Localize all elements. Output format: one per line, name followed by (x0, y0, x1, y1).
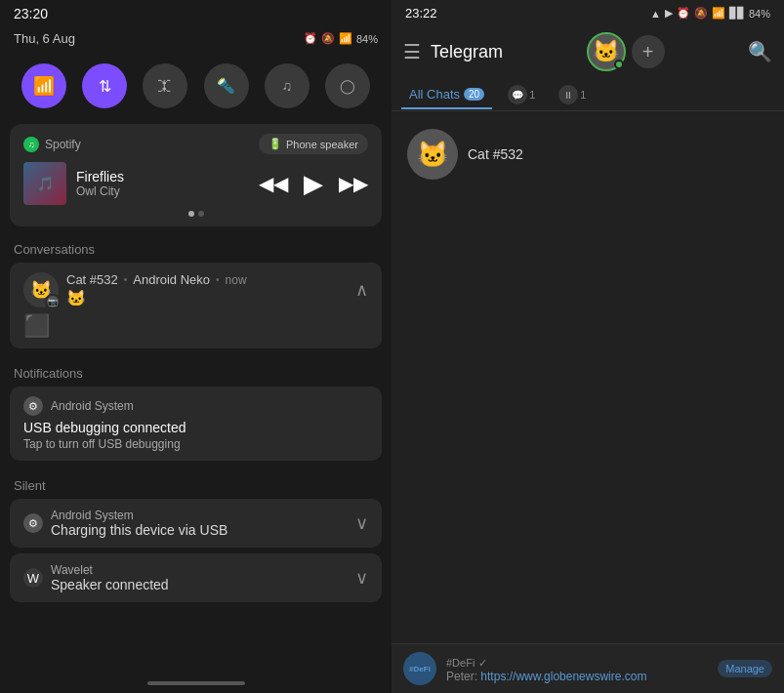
alarm-icon: ⏰ (304, 32, 317, 45)
chat-info: Cat #532 (468, 146, 523, 162)
battery-right: 84% (749, 8, 770, 20)
conversation-card[interactable]: 🐱 📷 Cat #532 • Android Neko • now 🐱 ∧ ⬛ (10, 263, 382, 348)
spotify-header: ♫ Spotify 🔋 Phone speaker (23, 134, 368, 154)
record-icon: ◯ (340, 78, 355, 94)
conv-emoji: 🐱 (66, 289, 247, 307)
shazam-icon: ♫ (281, 78, 292, 94)
silent-meta-2: Wavelet Speaker connected (51, 563, 169, 592)
location-icon: ▶ (665, 7, 673, 20)
tab-chat-icon: 💬 (508, 85, 527, 104)
notif-app-name: Android System (51, 399, 134, 413)
tab-all-chats-badge: 20 (464, 88, 484, 101)
phone-speaker-button[interactable]: 🔋 Phone speaker (259, 134, 368, 154)
date-bar: Thu, 6 Aug ⏰ 🔕 📶 84% (0, 27, 392, 54)
tg-header-left: ☰ Telegram (403, 40, 503, 63)
alarm-icon-right: ⏰ (677, 7, 690, 20)
conv-expand-icon[interactable]: ∧ (355, 279, 368, 301)
silent-expand-icon-2[interactable]: ∨ (355, 567, 368, 589)
telegram-avatar[interactable]: 🐱 (587, 32, 626, 71)
spotify-label: Spotify (45, 138, 81, 151)
conv-time: now (226, 273, 247, 287)
bluetooth-toggle[interactable]: ⯰ (143, 63, 187, 108)
chat-avatar-emoji: 🐱 (417, 140, 448, 170)
conversations-label: Conversations (0, 232, 392, 263)
silent-label: Silent (0, 469, 392, 499)
spotify-card: ♫ Spotify 🔋 Phone speaker 🎵 Fireflies Ow… (10, 124, 382, 226)
silent-desc-1: Charging this device via USB (51, 522, 227, 538)
conv-source: Android Neko (133, 272, 210, 287)
silent-card-2[interactable]: W Wavelet Speaker connected ∨ (10, 553, 382, 602)
silent-meta-1: Android System Charging this device via … (51, 509, 227, 538)
dot-1 (188, 211, 194, 217)
bottom-link[interactable]: https://www.globenewswire.com (480, 670, 646, 683)
manage-button[interactable]: Manage (718, 660, 772, 677)
silent-desc-2: Speaker connected (51, 577, 169, 592)
notifications-label: Notifications (0, 356, 392, 387)
tab-group-2[interactable]: 💬 1 (500, 79, 543, 110)
status-icons-right: ▲ ▶ ⏰ 🔕 📶 ▊▊ 84% (650, 7, 770, 20)
data-toggle[interactable]: ⇅ (82, 63, 127, 108)
tab-icon-group-3: ⏸ 1 (558, 85, 586, 104)
time-right: 23:22 (405, 6, 437, 20)
next-button[interactable]: ▶▶ (339, 172, 368, 195)
silent-expand-icon-1[interactable]: ∨ (355, 512, 368, 534)
battery-left: 84% (356, 33, 378, 45)
telegram-bottom-bar[interactable]: #DeFi #DeFi ✓ Peter: https://www.globene… (392, 643, 784, 693)
silent-icon-2: W (23, 568, 43, 588)
flashlight-toggle[interactable]: 🔦 (204, 63, 249, 108)
silent-left-1: ⚙ Android System Charging this device vi… (23, 509, 227, 538)
bottom-sender-name: Peter: (446, 670, 477, 683)
data-icon: ⇅ (99, 77, 111, 96)
notification-shade: 23:20 Thu, 6 Aug ⏰ 🔕 📶 84% 📶 ⇅ ⯰ 🔦 ♫ ◯ (0, 0, 392, 693)
wifi-toggle[interactable]: 📶 (21, 63, 66, 108)
signal-icon: 📶 (339, 32, 352, 45)
bottom-dot: ✓ (478, 657, 487, 669)
notif-title: USB debugging connected (23, 420, 368, 435)
bottom-sender: #DeFi ✓ (446, 655, 708, 670)
chat-name: Cat #532 (468, 146, 523, 162)
mute-icon: 🔕 (321, 32, 335, 45)
notification-card[interactable]: ⚙ Android System USB debugging connected… (10, 387, 382, 461)
conv-meta: Cat #532 • Android Neko • now 🐱 (66, 272, 247, 307)
mute-icon-right: 🔕 (694, 7, 708, 20)
media-controls: ◀◀ ▶ ▶▶ (259, 169, 368, 199)
chat-item[interactable]: 🐱 Cat #532 (401, 121, 774, 187)
tab-group-3[interactable]: ⏸ 1 (551, 79, 594, 110)
conv-avatar-badge: 📷 (45, 294, 61, 309)
silent-card-1[interactable]: ⚙ Android System Charging this device vi… (10, 499, 382, 548)
song-artist: Owl City (76, 184, 249, 198)
play-button[interactable]: ▶ (304, 169, 323, 199)
song-info: Fireflies Owl City (76, 169, 249, 198)
silent-icon-1: ⚙ (23, 513, 43, 533)
manage-label: Manage (725, 663, 764, 674)
add-chat-button[interactable]: + (632, 35, 665, 68)
chat-list: 🐱 Cat #532 (392, 111, 784, 643)
conv-separator-2: • (216, 274, 220, 285)
screen-record-toggle[interactable]: ◯ (325, 63, 370, 108)
speaker-label: Phone speaker (286, 139, 358, 150)
conv-header: 🐱 📷 Cat #532 • Android Neko • now 🐱 ∧ (23, 272, 368, 307)
tab-all-chats[interactable]: All Chats 20 (401, 81, 492, 109)
prev-button[interactable]: ◀◀ (259, 172, 288, 195)
silent-left-2: W Wavelet Speaker connected (23, 563, 169, 592)
speaker-icon: 🔋 (268, 138, 282, 150)
bluetooth-icon: ⯰ (156, 76, 174, 97)
date-text: Thu, 6 Aug (14, 31, 75, 46)
spotify-content: 🎵 Fireflies Owl City ◀◀ ▶ ▶▶ (23, 162, 368, 205)
tab-badge-3: 1 (580, 89, 586, 101)
conv-action-icon[interactable]: ⬛ (23, 313, 368, 339)
song-title: Fireflies (76, 169, 249, 184)
search-button[interactable]: 🔍 (748, 40, 772, 63)
notif-icon: ⚙ (23, 396, 43, 416)
tg-header-center: 🐱 + (587, 32, 665, 71)
nav-icon: ▲ (650, 8, 661, 20)
shazam-toggle[interactable]: ♫ (265, 63, 309, 108)
hamburger-menu-button[interactable]: ☰ (403, 40, 421, 63)
album-art: 🎵 (23, 162, 66, 205)
silent-app-2: Wavelet (51, 563, 169, 577)
telegram-title: Telegram (431, 42, 503, 62)
tab-all-chats-label: All Chats (409, 87, 460, 102)
signal-icon-right: ▊▊ (729, 7, 745, 20)
time-left: 23:20 (14, 6, 48, 21)
status-bar-right: 23:22 ▲ ▶ ⏰ 🔕 📶 ▊▊ 84% (392, 0, 784, 26)
